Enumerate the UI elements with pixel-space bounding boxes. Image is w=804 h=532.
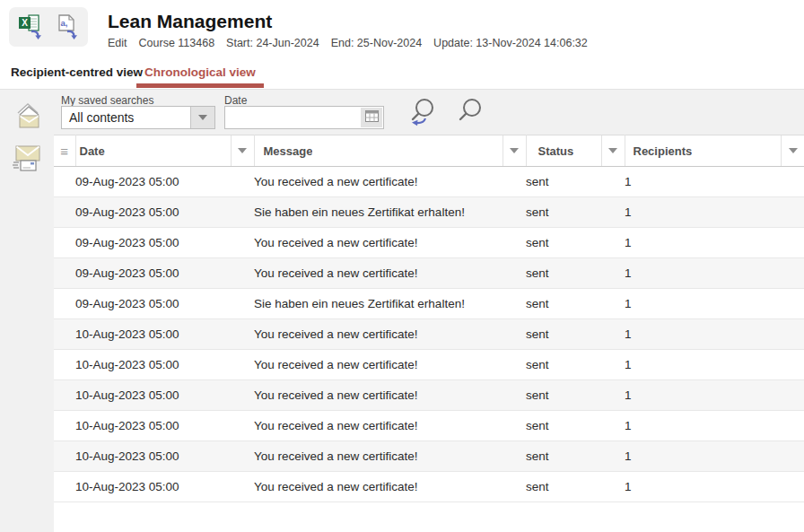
saved-searches-label: My saved searches [61,94,153,107]
cell-grip [54,228,75,258]
cell-message: You received a new certificate! [254,258,526,289]
search-button[interactable] [454,96,486,128]
open-envelope-icon [12,124,44,137]
saved-searches-select[interactable]: All contents [61,106,215,129]
recipients-filter-arrow-icon[interactable] [781,135,804,166]
message-filter-arrow-icon[interactable] [502,135,526,166]
table-row[interactable]: 10-Aug-2023 05:00You received a new cert… [54,411,804,441]
cell-message: You received a new certificate! [254,411,526,441]
cell-recipients: 1 [625,289,804,319]
cell-date: 10-Aug-2023 05:00 [75,441,254,472]
send-message-button[interactable] [12,142,44,176]
cell-status: sent [526,258,625,289]
messages-table: ≡ Date Message Status [54,135,804,502]
cell-grip [54,289,75,319]
cell-status: sent [526,197,625,228]
tab-recipient-centred-view[interactable]: Recipient-centred view [11,56,143,89]
cell-grip [54,380,75,411]
cell-status: sent [526,472,625,502]
view-tabs: Recipient-centred view Chronological vie… [0,56,804,90]
cell-message: You received a new certificate! [254,380,526,411]
excel-export-icon: X [17,30,44,43]
table-row[interactable]: 10-Aug-2023 05:00You received a new cert… [54,472,804,502]
calendar-icon [365,110,379,125]
course-update: Update: 13-Nov-2024 14:06:32 [433,37,588,49]
cell-date: 10-Aug-2023 05:00 [75,380,254,411]
cell-message: You received a new certificate! [254,472,526,502]
cell-recipients: 1 [625,411,804,441]
column-header-date[interactable]: Date [75,135,254,167]
send-envelope-icon [12,165,44,179]
table-body: 09-Aug-2023 05:00You received a new cert… [54,167,804,502]
column-header-message[interactable]: Message [254,135,526,167]
course-meta: Edit Course 113468 Start: 24-Jun-2024 En… [108,37,588,49]
table-row[interactable]: 10-Aug-2023 05:00You received a new cert… [54,441,804,472]
received-messages-button[interactable] [12,100,44,135]
cell-message: You received a new certificate! [254,350,526,380]
export-toolbar: X a, [9,7,88,47]
grip-icon: ≡ [54,144,75,159]
column-header-recipients[interactable]: Recipients [625,135,804,167]
column-config-handle[interactable]: ≡ [54,135,75,167]
sidebar [0,90,54,532]
edit-link[interactable]: Edit [108,37,127,49]
tab-chronological-view[interactable]: Chronological view [136,56,264,89]
search-again-button[interactable] [404,96,440,130]
cell-grip [54,350,75,380]
table-row[interactable]: 10-Aug-2023 05:00You received a new cert… [54,350,804,380]
cell-recipients: 1 [625,258,804,289]
saved-searches-value: All contents [62,107,190,128]
cell-status: sent [526,289,625,319]
cell-recipients: 1 [625,319,804,350]
cell-message: You received a new certificate! [254,319,526,350]
cell-status: sent [526,411,625,441]
cell-message: You received a new certificate! [254,441,526,472]
cell-date: 09-Aug-2023 05:00 [75,289,254,319]
cell-recipients: 1 [625,197,804,228]
export-text-button[interactable]: a, [53,13,80,40]
cell-date: 09-Aug-2023 05:00 [75,258,254,289]
cell-recipients: 1 [625,228,804,258]
cell-message: Sie haben ein neues Zertifikat erhalten! [254,197,526,228]
export-excel-button[interactable]: X [17,13,44,40]
cell-grip [54,167,75,197]
svg-text:a,: a, [61,18,68,28]
table-row[interactable]: 09-Aug-2023 05:00Sie haben ein neues Zer… [54,197,804,228]
search-icon [454,118,486,131]
cell-status: sent [526,350,625,380]
table-row[interactable]: 09-Aug-2023 05:00You received a new cert… [54,228,804,258]
calendar-button[interactable] [361,108,382,127]
cell-recipients: 1 [625,441,804,472]
filter-bar: My saved searches All contents Date [54,90,804,135]
cell-date: 10-Aug-2023 05:00 [75,350,254,380]
cell-recipients: 1 [625,472,804,502]
cell-grip [54,472,75,502]
cell-recipients: 1 [625,380,804,411]
cell-date: 10-Aug-2023 05:00 [75,472,254,502]
status-filter-arrow-icon[interactable] [601,135,625,166]
chevron-down-icon[interactable] [190,107,214,128]
date-filter-arrow-icon[interactable] [231,135,254,166]
cell-status: sent [526,167,625,197]
cell-grip [54,197,75,228]
cell-recipients: 1 [625,167,804,197]
cell-date: 09-Aug-2023 05:00 [75,167,254,197]
table-row[interactable]: 09-Aug-2023 05:00You received a new cert… [54,258,804,289]
cell-status: sent [526,441,625,472]
cell-recipients: 1 [625,350,804,380]
course-id: Course 113468 [139,37,215,49]
cell-grip [54,441,75,472]
cell-status: sent [526,319,625,350]
date-filter-label: Date [224,94,247,107]
svg-text:X: X [22,18,28,28]
cell-date: 10-Aug-2023 05:00 [75,411,254,441]
table-row[interactable]: 10-Aug-2023 05:00You received a new cert… [54,319,804,350]
table-row[interactable]: 09-Aug-2023 05:00You received a new cert… [54,167,804,197]
cell-date: 10-Aug-2023 05:00 [75,319,254,350]
column-header-status[interactable]: Status [526,135,625,167]
table-row[interactable]: 09-Aug-2023 05:00Sie haben ein neues Zer… [54,289,804,319]
date-input[interactable] [225,107,369,128]
table-row[interactable]: 10-Aug-2023 05:00You received a new cert… [54,380,804,411]
page-title: Lean Management [108,11,588,32]
course-start: Start: 24-Jun-2024 [226,37,319,49]
